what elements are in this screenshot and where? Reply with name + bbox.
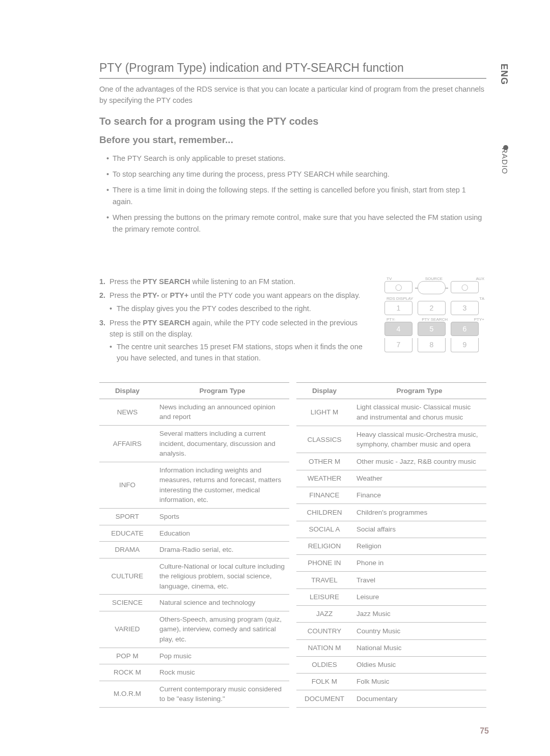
table-header-display: Display xyxy=(99,382,155,399)
pty-desc: Current contemporary music considered to… xyxy=(155,681,289,707)
bold-text: PTY- xyxy=(143,291,159,299)
table-row: AFFAIRSSeveral matters including a curre… xyxy=(99,426,289,462)
remote-label: PTY- xyxy=(387,317,396,322)
pty-desc: Travel xyxy=(352,572,486,589)
remote-key-9: 9 xyxy=(451,338,479,352)
table-row: OTHER MOther music - Jazz, R&B country m… xyxy=(296,453,486,470)
pty-desc: Finance xyxy=(352,487,486,504)
table-row: OLDIESOldies Music xyxy=(296,656,486,673)
bold-text: PTY SEARCH xyxy=(143,277,190,286)
table-row: INFOInformation including weights and me… xyxy=(99,462,289,508)
table-row: WEATHERWeather xyxy=(296,470,486,487)
step-2: Press the PTY- or PTY+ until the PTY cod… xyxy=(99,290,369,315)
pty-desc: Country Music xyxy=(352,623,486,639)
table-row: LIGHT MLight classical music- Classical … xyxy=(296,399,486,426)
remote-label: TV xyxy=(387,276,392,281)
remote-key-tv: ◯ xyxy=(384,281,413,293)
sub-bullet: The centre unit searches 15 preset FM st… xyxy=(109,342,369,364)
remote-key-source xyxy=(418,281,446,294)
pty-code: SPORT xyxy=(99,508,155,525)
pty-desc: National Music xyxy=(352,639,486,656)
table-row: VARIEDOthers-Speech, amusing program (qu… xyxy=(99,611,289,648)
table-body-left: NEWSNews including an announced opinion … xyxy=(99,399,289,707)
side-lang-tab: ENG xyxy=(499,64,509,85)
pty-desc: Others-Speech, amusing program (quiz, ga… xyxy=(155,611,289,648)
table-row: TRAVELTravel xyxy=(296,572,486,589)
page-number: 75 xyxy=(480,726,489,736)
table-row: POP MPop music xyxy=(99,648,289,664)
pty-desc: Information including weights and measur… xyxy=(155,462,289,508)
pty-code: OTHER M xyxy=(296,453,352,470)
table-header-type: Program Type xyxy=(352,382,486,399)
pty-code: SOCIAL A xyxy=(296,521,352,538)
pty-code: NATION M xyxy=(296,639,352,656)
remote-diagram: TV SOURCE AUX ◯ ◯ RDS DISPLAY TA 1 2 3 P… xyxy=(384,276,486,367)
pty-code: CULTURE xyxy=(99,558,155,595)
pty-desc: Weather xyxy=(352,470,486,487)
pty-code: PHONE IN xyxy=(296,555,352,572)
remote-key-8: 8 xyxy=(418,338,446,352)
pty-code: LIGHT M xyxy=(296,399,352,426)
pty-desc: Rock music xyxy=(155,664,289,681)
text: until the PTY code you want appears on t… xyxy=(188,291,360,299)
table-row: EDUCATEEducation xyxy=(99,525,289,542)
heading-before: Before you start, remember... xyxy=(99,134,486,146)
remote-label: RDS DISPLAY xyxy=(387,296,413,301)
pty-desc: Drama-Radio serial, etc. xyxy=(155,542,289,558)
pty-desc: Culture-National or local culture includ… xyxy=(155,558,289,595)
table-row: JAZZJazz Music xyxy=(296,605,486,622)
pty-code: RELIGION xyxy=(296,538,352,554)
pty-code: COUNTRY xyxy=(296,623,352,639)
sub-bullet: The display gives you the PTY codes desc… xyxy=(109,303,369,315)
table-row: ROCK MRock music xyxy=(99,664,289,681)
pty-code: FOLK M xyxy=(296,674,352,690)
list-item: To stop searching any time during the pr… xyxy=(106,169,486,180)
table-row: FOLK MFolk Music xyxy=(296,674,486,690)
pty-code: WEATHER xyxy=(296,470,352,487)
table-row: CULTURECulture-National or local culture… xyxy=(99,558,289,595)
pty-desc: Oldies Music xyxy=(352,656,486,673)
pty-desc: Documentary xyxy=(352,690,486,707)
pty-code: AFFAIRS xyxy=(99,426,155,462)
remote-label: PTY SEARCH xyxy=(422,317,448,322)
list-item: There is a time limit in doing the follo… xyxy=(106,184,486,208)
pty-code: M.O.R.M xyxy=(99,681,155,707)
pty-code: LEISURE xyxy=(296,589,352,605)
remote-label: AUX xyxy=(476,276,484,281)
table-header-type: Program Type xyxy=(155,382,289,399)
remote-key-6: 6 xyxy=(451,322,479,336)
table-row: NATION MNational Music xyxy=(296,639,486,656)
table-row: SCIENCENatural science and technology xyxy=(99,595,289,611)
list-item: The PTY Search is only applicable to pre… xyxy=(106,153,486,164)
page: ENG RADIO PTY (Program Type) indication … xyxy=(0,0,550,756)
reminder-list: The PTY Search is only applicable to pre… xyxy=(99,153,486,236)
pty-desc: News including an announced opinion and … xyxy=(155,399,289,425)
pty-code: ROCK M xyxy=(99,664,155,681)
list-item: When pressing the buttons on the primary… xyxy=(106,212,486,235)
text: Press the xyxy=(109,319,143,327)
pty-desc: Education xyxy=(155,525,289,542)
pty-code: POP M xyxy=(99,648,155,664)
table-header-display: Display xyxy=(296,382,352,399)
table-body-right: LIGHT MLight classical music- Classical … xyxy=(296,399,486,707)
pty-code: EDUCATE xyxy=(99,525,155,542)
table-row: NEWSNews including an announced opinion … xyxy=(99,399,289,425)
table-row: COUNTRYCountry Music xyxy=(296,623,486,639)
pty-code: TRAVEL xyxy=(296,572,352,589)
text: Press the xyxy=(109,291,143,299)
pty-desc: Heavy classical music-Orchestra music, s… xyxy=(352,426,486,453)
pty-code: CHILDREN xyxy=(296,504,352,521)
pty-code: NEWS xyxy=(99,399,155,425)
text: while listening to an FM station. xyxy=(190,277,295,286)
remote-label: SOURCE xyxy=(425,276,443,281)
pty-tables: Display Program Type NEWSNews including … xyxy=(99,382,486,708)
pty-code: DRAMA xyxy=(99,542,155,558)
table-row: RELIGIONReligion xyxy=(296,538,486,554)
pty-table-left: Display Program Type NEWSNews including … xyxy=(99,382,289,708)
remote-label: PTY+ xyxy=(474,317,484,322)
table-row: DRAMADrama-Radio serial, etc. xyxy=(99,542,289,558)
table-row: CHILDRENChildren's programmes xyxy=(296,504,486,521)
pty-code: SCIENCE xyxy=(99,595,155,611)
pty-desc: Phone in xyxy=(352,555,486,572)
table-row: FINANCEFinance xyxy=(296,487,486,504)
